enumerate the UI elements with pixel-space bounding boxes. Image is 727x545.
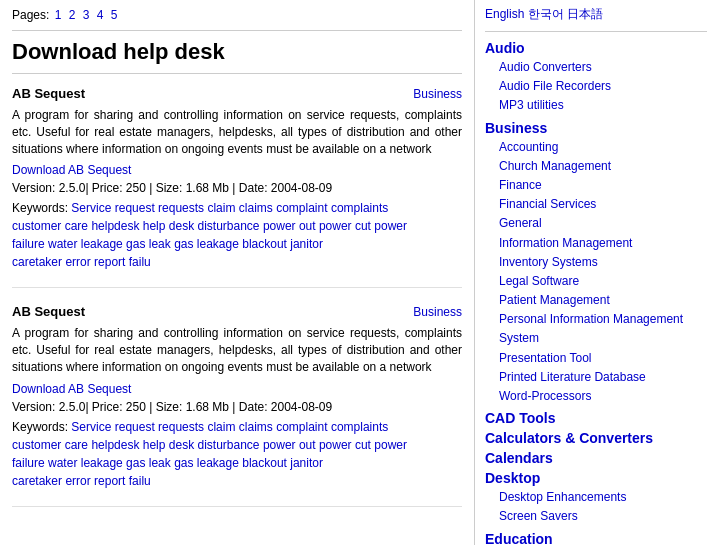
sidebar-item-patient-management[interactable]: Patient Management — [485, 291, 707, 310]
sidebar-item-desktop-enhancements[interactable]: Desktop Enhancements — [485, 488, 707, 507]
sidebar-category-desktop[interactable]: Desktop — [485, 470, 707, 486]
keyword-link[interactable]: power out — [263, 219, 316, 233]
keyword-link[interactable]: janitor — [290, 237, 323, 251]
sidebar-section-education: Education Calculators Childrens Educatio… — [485, 531, 707, 545]
keyword-link[interactable]: complaint — [276, 201, 327, 215]
sidebar-item-printed-literature[interactable]: Printed Literature Database — [485, 368, 707, 387]
result-category-link[interactable]: Business — [413, 305, 462, 319]
sidebar-item-inventory-systems[interactable]: Inventory Systems — [485, 253, 707, 272]
main-content: Pages: 1 2 3 4 5 Download help desk AB S… — [0, 0, 475, 545]
pagination: Pages: 1 2 3 4 5 — [12, 8, 462, 31]
sidebar-section-desktop: Desktop Desktop Enhancements Screen Save… — [485, 470, 707, 526]
sidebar-item-accounting[interactable]: Accounting — [485, 138, 707, 157]
sidebar-item-mp3-utilities[interactable]: MP3 utilities — [485, 96, 707, 115]
sidebar-item-audio-converters[interactable]: Audio Converters — [485, 58, 707, 77]
result-title: AB Sequest — [12, 86, 85, 101]
sidebar-section-audio: Audio Audio Converters Audio File Record… — [485, 40, 707, 116]
result-header: AB Sequest Business — [12, 86, 462, 101]
sidebar-item-financial-services[interactable]: Financial Services — [485, 195, 707, 214]
sidebar: English 한국어 日本語 Audio Audio Converters A… — [475, 0, 717, 545]
page-link-4[interactable]: 4 — [97, 8, 104, 22]
keyword-link[interactable]: power — [374, 438, 407, 452]
keyword-link[interactable]: complaints — [331, 420, 388, 434]
keyword-link[interactable]: helpdesk — [91, 219, 139, 233]
download-link[interactable]: Download AB Sequest — [12, 382, 131, 396]
sidebar-category-calendars[interactable]: Calendars — [485, 450, 707, 466]
keyword-link[interactable]: help desk — [143, 438, 194, 452]
sidebar-item-general[interactable]: General — [485, 214, 707, 233]
keyword-link[interactable]: claim — [207, 201, 235, 215]
keyword-link[interactable]: blackout — [242, 456, 287, 470]
keyword-link[interactable]: caretaker — [12, 255, 62, 269]
keyword-link[interactable]: customer care — [12, 438, 88, 452]
keyword-link[interactable]: caretaker — [12, 474, 62, 488]
keywords-label: Keywords: — [12, 420, 71, 434]
sidebar-category-calculators-converters[interactable]: Calculators & Converters — [485, 430, 707, 446]
sidebar-section-calendars: Calendars — [485, 450, 707, 466]
keyword-link[interactable]: blackout — [242, 237, 287, 251]
result-category-link[interactable]: Business — [413, 87, 462, 101]
keyword-link[interactable]: claims — [239, 420, 273, 434]
sidebar-item-presentation-tool[interactable]: Presentation Tool — [485, 349, 707, 368]
sidebar-item-legal-software[interactable]: Legal Software — [485, 272, 707, 291]
keyword-link[interactable]: janitor — [290, 456, 323, 470]
sidebar-item-screen-savers[interactable]: Screen Savers — [485, 507, 707, 526]
result-description: A program for sharing and controlling in… — [12, 325, 462, 375]
result-download: Download AB Sequest — [12, 382, 462, 396]
keyword-link[interactable]: water leakage — [48, 237, 123, 251]
page-link-1[interactable]: 1 — [55, 8, 62, 22]
sidebar-category-business[interactable]: Business — [485, 120, 707, 136]
keyword-link[interactable]: failu — [129, 255, 151, 269]
keyword-link[interactable]: Service request — [71, 420, 154, 434]
result-meta: Version: 2.5.0| Price: 250 | Size: 1.68 … — [12, 400, 462, 414]
keyword-link[interactable]: error report — [65, 474, 125, 488]
keyword-link[interactable]: complaint — [276, 420, 327, 434]
sidebar-item-church-management[interactable]: Church Management — [485, 157, 707, 176]
keyword-link[interactable]: Service request — [71, 201, 154, 215]
keyword-link[interactable]: water leakage — [48, 456, 123, 470]
keyword-link[interactable]: failure — [12, 456, 45, 470]
keyword-link[interactable]: complaints — [331, 201, 388, 215]
sidebar-language: English 한국어 日本語 — [485, 6, 707, 32]
keyword-link[interactable]: disturbance — [197, 219, 259, 233]
result-download: Download AB Sequest — [12, 163, 462, 177]
keyword-link[interactable]: power cut — [319, 438, 371, 452]
sidebar-item-information-management[interactable]: Information Management — [485, 234, 707, 253]
result-keywords: Keywords: Service request requests claim… — [12, 418, 462, 490]
keyword-link[interactable]: power — [374, 219, 407, 233]
keyword-link[interactable]: gas leak — [126, 456, 171, 470]
sidebar-item-pims[interactable]: Personal Information Management System — [485, 310, 707, 348]
language-link[interactable]: English 한국어 日本語 — [485, 7, 603, 21]
keyword-link[interactable]: power cut — [319, 219, 371, 233]
keyword-link[interactable]: gas leakage — [174, 237, 239, 251]
sidebar-category-cad[interactable]: CAD Tools — [485, 410, 707, 426]
result-description: A program for sharing and controlling in… — [12, 107, 462, 157]
keyword-link[interactable]: failure — [12, 237, 45, 251]
sidebar-item-word-processors[interactable]: Word-Processors — [485, 387, 707, 406]
pages-label: Pages: — [12, 8, 49, 22]
result-title: AB Sequest — [12, 304, 85, 319]
keyword-link[interactable]: power out — [263, 438, 316, 452]
keyword-link[interactable]: failu — [129, 474, 151, 488]
keyword-link[interactable]: disturbance — [197, 438, 259, 452]
keyword-link[interactable]: helpdesk — [91, 438, 139, 452]
keyword-link[interactable]: requests — [158, 420, 204, 434]
keyword-link[interactable]: claims — [239, 201, 273, 215]
sidebar-item-audio-file-recorders[interactable]: Audio File Recorders — [485, 77, 707, 96]
result-keywords: Keywords: Service request requests claim… — [12, 199, 462, 271]
keyword-link[interactable]: gas leakage — [174, 456, 239, 470]
page-link-3[interactable]: 3 — [83, 8, 90, 22]
keyword-link[interactable]: gas leak — [126, 237, 171, 251]
keyword-link[interactable]: requests — [158, 201, 204, 215]
result-item: AB Sequest Business A program for sharin… — [12, 86, 462, 288]
sidebar-category-education[interactable]: Education — [485, 531, 707, 545]
keyword-link[interactable]: error report — [65, 255, 125, 269]
sidebar-item-finance[interactable]: Finance — [485, 176, 707, 195]
keyword-link[interactable]: customer care — [12, 219, 88, 233]
download-link[interactable]: Download AB Sequest — [12, 163, 131, 177]
sidebar-category-audio[interactable]: Audio — [485, 40, 707, 56]
page-link-2[interactable]: 2 — [69, 8, 76, 22]
keyword-link[interactable]: help desk — [143, 219, 194, 233]
keyword-link[interactable]: claim — [207, 420, 235, 434]
page-link-5[interactable]: 5 — [111, 8, 118, 22]
